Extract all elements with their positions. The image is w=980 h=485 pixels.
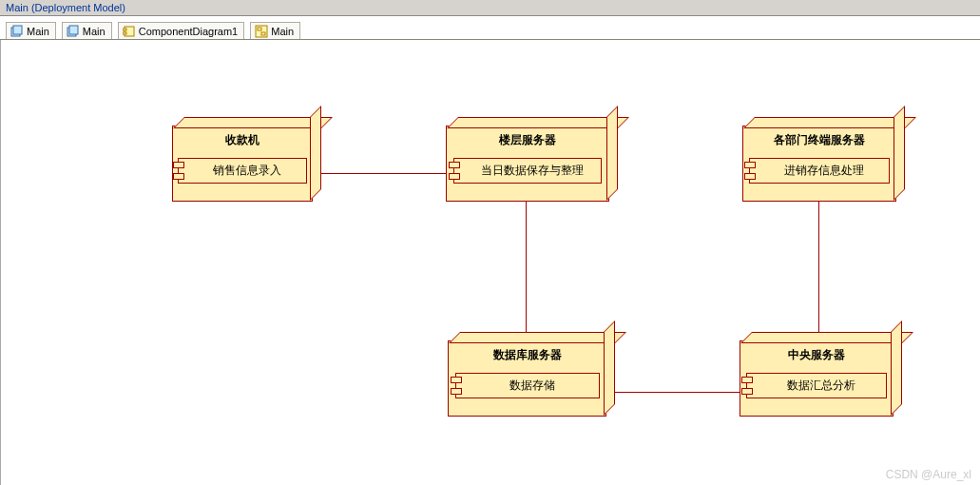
component-label: 销售信息录入 [213,164,281,177]
node-cashier[interactable]: 收款机 销售信息录入 [172,126,313,202]
tab-main-2[interactable]: Main [62,22,112,39]
node-dept-server[interactable]: 各部门终端服务器 进销存信息处理 [742,126,896,202]
component-central[interactable]: 数据汇总分析 [746,373,887,398]
tab-main-3[interactable]: Main [250,22,300,39]
node-title: 中央服务器 [740,341,893,373]
link-cashier-floor [311,173,446,174]
svg-rect-3 [69,26,78,34]
node-title: 楼层服务器 [447,126,608,158]
svg-rect-6 [123,32,126,34]
node-title: 收款机 [173,126,312,158]
tab-main-1[interactable]: Main [6,22,56,39]
component-cashier[interactable]: 销售信息录入 [178,158,308,184]
node-title: 各部门终端服务器 [743,126,895,158]
deploy-icon [67,25,80,38]
node-floor-server[interactable]: 楼层服务器 当日数据保存与整理 [446,126,609,202]
node-central-server[interactable]: 中央服务器 数据汇总分析 [740,340,894,417]
component-label: 当日数据保存与整理 [481,164,584,177]
link-central-dept [818,200,819,340]
node-title: 数据库服务器 [449,341,605,373]
deploy-icon [10,25,24,38]
node-db-server[interactable]: 数据库服务器 数据存储 [448,340,606,417]
watermark: CSDN @Aure_xl [886,468,971,481]
component-dept[interactable]: 进销存信息处理 [749,158,890,184]
diagram-icon [255,25,268,38]
component-db[interactable]: 数据存储 [455,373,600,398]
tab-label: ComponentDiagram1 [139,26,239,37]
tab-label: Main [271,26,294,37]
component-floor[interactable]: 当日数据保存与整理 [453,158,602,184]
tab-label: Main [27,26,49,37]
component-label: 数据汇总分析 [787,378,855,392]
component-label: 数据存储 [509,378,555,392]
svg-rect-5 [123,29,126,30]
link-floor-db [526,200,527,340]
tab-bar: Main Main ComponentDiagram1 Main [0,16,980,40]
link-db-central [605,392,740,393]
tab-label: Main [83,26,106,37]
component-label: 进销存信息处理 [784,164,864,177]
tab-component-diagram[interactable]: ComponentDiagram1 [118,22,245,39]
diagram-canvas[interactable]: 收款机 销售信息录入 楼层服务器 当日数据保存与整理 各部门终端服务器 进销存信… [0,40,980,485]
svg-rect-1 [13,26,22,34]
window-title: Main (Deployment Model) [0,0,980,16]
component-icon [123,25,136,38]
